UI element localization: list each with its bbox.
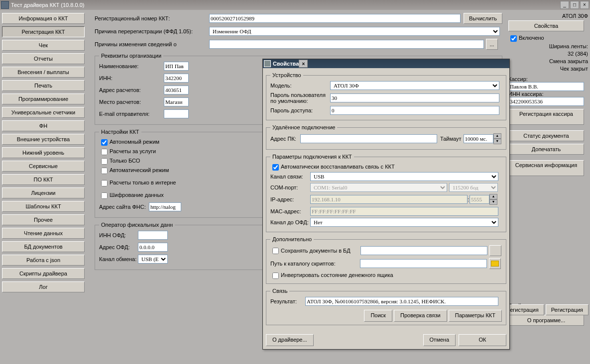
calc-button[interactable]: Вычислить — [464, 13, 502, 24]
scripts-browse-button[interactable] — [489, 258, 501, 269]
org-name-input[interactable] — [164, 62, 189, 71]
savedb-browse-button[interactable] — [489, 245, 501, 256]
invert-check[interactable] — [272, 273, 279, 279]
nav-бд-документов[interactable]: БД документов — [2, 241, 85, 252]
ofd-chan-select[interactable]: USB (EoU) — [138, 255, 168, 264]
nav-регистрация-ккт[interactable]: Регистрация ККТ — [2, 26, 85, 37]
nav-чек[interactable]: Чек — [2, 40, 85, 51]
rereg-select[interactable]: Изменение ОФД — [209, 27, 500, 36]
org-inn-input[interactable] — [164, 74, 189, 83]
check-link-button[interactable]: Проверка связи — [394, 310, 447, 322]
about-driver-button[interactable]: О драйвере... — [266, 334, 314, 346]
reg-num-input[interactable] — [209, 14, 461, 23]
services-label: Расчеты за услуги — [110, 148, 156, 154]
nav-работа-с-json[interactable]: Работа с json — [2, 255, 85, 266]
nav-по-ккт[interactable]: ПО ККТ — [2, 174, 85, 185]
org-name-label: Наименование: — [99, 63, 164, 69]
nav-скрипты-драйвера[interactable]: Скрипты драйвера — [2, 268, 85, 279]
dialog-close-button[interactable]: × — [299, 60, 308, 68]
service-info-button[interactable]: Сервисная информация — [508, 160, 584, 176]
ok-button[interactable]: ОК — [459, 334, 506, 346]
ofd-legend: Оператор фискальных данн — [99, 222, 175, 228]
model-label: АТОЛ 30Ф — [508, 13, 588, 19]
reg-cashier-button[interactable]: Регистрация кассира — [508, 109, 584, 125]
savedb-input[interactable] — [360, 246, 487, 255]
org-place-input[interactable] — [164, 97, 189, 106]
encrypt-check[interactable] — [101, 192, 108, 199]
device-legend: Устройство — [270, 72, 303, 78]
nav-лог[interactable]: Лог — [2, 281, 85, 292]
about-program-button[interactable]: О программе... — [508, 315, 584, 326]
reg-button[interactable]: Регистрация — [546, 304, 589, 315]
remote-fieldset: Удалённое подключение Адрес ПК:Таймаут▲▼ — [266, 124, 506, 150]
rereg-label: Причина перерегистрации (ФФД 1.05): — [95, 28, 209, 34]
nav-внешние-устройства[interactable]: Внешние устройства — [2, 134, 85, 145]
reasons-input[interactable] — [209, 40, 484, 49]
services-check[interactable] — [101, 149, 108, 155]
shift-label: Смена закрыта — [508, 58, 588, 64]
dialog-titlebar[interactable]: Свойства × — [263, 59, 509, 68]
nav-прочее[interactable]: Прочее — [2, 214, 85, 225]
close-button[interactable]: × — [580, 1, 589, 9]
nav-информация-о-ккт[interactable]: Информация о ККТ — [2, 13, 85, 24]
timeout-label: Таймаут — [440, 136, 462, 142]
internet-check[interactable] — [101, 180, 108, 186]
nav-нижний-уровень[interactable]: Нижний уровень — [2, 147, 85, 158]
enabled-check[interactable] — [510, 35, 517, 42]
cashier-inn-input[interactable] — [508, 97, 584, 106]
reasons-label: Причины изменения сведений о — [95, 41, 209, 47]
org-email-label: E-mail отправителя: — [99, 111, 164, 117]
auto-check[interactable] — [101, 168, 108, 174]
cashier-input[interactable] — [508, 82, 584, 91]
pwd-access-input[interactable] — [330, 106, 499, 115]
timeout-spinner[interactable]: ▲▼ — [493, 133, 501, 144]
nav-чтение-данных[interactable]: Чтение данных — [2, 228, 85, 239]
com-select: COM1: Serial0 — [310, 183, 447, 192]
app-icon — [1, 1, 9, 9]
ofd-addr-input[interactable] — [138, 243, 168, 252]
nav-шаблоны-ккт[interactable]: Шаблоны ККТ — [2, 201, 85, 212]
pc-input[interactable] — [300, 134, 437, 143]
nav-внесения-выплаты[interactable]: Внесения / выплаты — [2, 67, 85, 78]
maximize-button[interactable]: □ — [570, 1, 579, 9]
search-button[interactable]: Поиск — [364, 310, 392, 322]
minimize-button[interactable]: _ — [560, 1, 569, 9]
nav-программирование[interactable]: Программирование — [2, 93, 85, 104]
reasons-more-button[interactable]: ... — [486, 39, 498, 50]
params-button[interactable]: Параметры ККТ — [449, 310, 502, 322]
nav-сервисные[interactable]: Сервисные — [2, 161, 85, 172]
nav-печать[interactable]: Печать — [2, 80, 85, 91]
ofd-inn-input[interactable] — [138, 231, 168, 240]
baud-select: 115200 бод — [449, 183, 498, 192]
scripts-input[interactable] — [360, 259, 487, 268]
remote-legend: Удалённое подключение — [270, 124, 337, 130]
print-button[interactable]: Допечатать — [508, 144, 584, 155]
nav-отчеты[interactable]: Отчеты — [2, 53, 85, 64]
nav-универсальные-счетчики[interactable]: Универсальные счетчики — [2, 107, 85, 118]
org-addr-input[interactable] — [164, 86, 189, 94]
autonom-label: Автономный режим — [110, 139, 159, 145]
ofdchan-label: Канал до ОФД: — [270, 219, 310, 225]
fns-input[interactable] — [149, 202, 181, 211]
autonom-check[interactable] — [101, 139, 108, 146]
model-select[interactable]: АТОЛ 30Ф — [330, 81, 499, 90]
check-closed-label: Чек закрыт — [508, 66, 588, 72]
auto-reconnect-check[interactable] — [272, 164, 279, 171]
cancel-button[interactable]: Отмена — [423, 334, 456, 346]
fns-label: Адрес сайта ФНС: — [99, 204, 149, 210]
nav-лицензии[interactable]: Лицензии — [2, 187, 85, 198]
org-email-input[interactable] — [164, 109, 189, 118]
ofdchan-select[interactable]: Нет — [310, 218, 498, 227]
chan-select[interactable]: USB — [310, 172, 498, 181]
pwd-user-input[interactable] — [330, 93, 499, 102]
savedb-check[interactable] — [272, 248, 279, 254]
props-button[interactable]: Свойства — [508, 20, 584, 31]
timeout-input[interactable] — [464, 134, 493, 143]
nav-фн[interactable]: ФН — [2, 120, 85, 131]
mac-input — [310, 207, 498, 216]
bso-check[interactable] — [101, 158, 108, 165]
reg-num-label: Регистрационный номер ККТ: — [95, 15, 209, 21]
link-legend: Связь — [270, 288, 289, 294]
scripts-label: Путь к каталогу скриптов: — [270, 261, 360, 267]
status-button[interactable]: Статус документа — [508, 130, 584, 141]
